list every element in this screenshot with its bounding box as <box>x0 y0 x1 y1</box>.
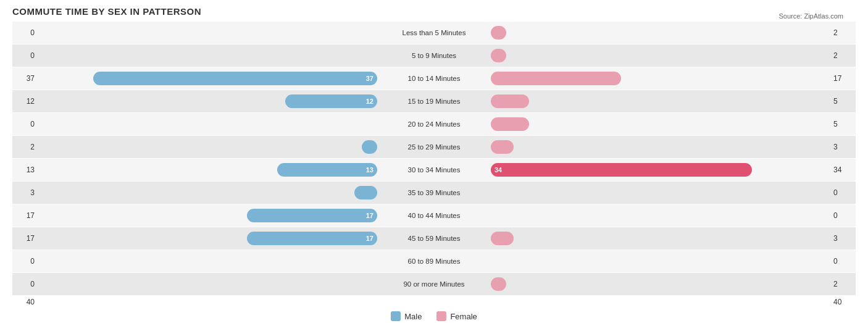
legend-female-box <box>436 311 446 321</box>
bar-label: 35 to 39 Minutes <box>378 189 490 196</box>
female-value: 17 <box>831 74 856 83</box>
male-value: 0 <box>12 28 37 37</box>
female-value: 2 <box>831 28 856 37</box>
chart-row: 090 or more Minutes2 <box>12 273 856 295</box>
chart-row: 373710 to 14 Minutes17 <box>12 67 856 90</box>
legend: Male Female <box>12 311 856 321</box>
female-bars <box>490 230 831 246</box>
legend-male-label: Male <box>404 312 422 321</box>
male-bars <box>37 139 378 155</box>
male-bar: 12 <box>285 94 377 108</box>
bars-container: 3710 to 14 Minutes <box>37 67 831 90</box>
bar-label: 40 to 44 Minutes <box>378 212 490 219</box>
male-bars <box>37 48 378 64</box>
male-value: 2 <box>12 143 37 151</box>
bars-container: 1740 to 44 Minutes <box>37 204 831 227</box>
bars-container: 20 to 24 Minutes <box>37 113 831 135</box>
male-bars: 12 <box>37 93 378 109</box>
female-bars <box>490 70 831 86</box>
bars-container: 35 to 39 Minutes <box>37 182 831 204</box>
female-bar <box>491 277 506 291</box>
female-value: 3 <box>831 143 856 151</box>
female-bar <box>491 49 506 62</box>
male-bars <box>37 116 378 132</box>
female-bars <box>490 276 831 292</box>
male-bars: 13 <box>37 162 378 178</box>
chart-row: 335 to 39 Minutes0 <box>12 182 856 204</box>
male-value: 13 <box>12 166 37 174</box>
bar-label: 60 to 89 Minutes <box>378 258 490 265</box>
male-bars <box>37 185 378 201</box>
legend-female-label: Female <box>450 312 477 321</box>
female-bar <box>491 94 529 108</box>
male-value: 0 <box>12 51 37 60</box>
male-value: 17 <box>12 234 37 243</box>
source-label: Source: ZipAtlas.com <box>778 12 843 20</box>
chart-row: 225 to 29 Minutes3 <box>12 136 856 158</box>
bars-container: 90 or more Minutes <box>37 273 831 295</box>
male-bar <box>362 140 377 154</box>
female-value: 0 <box>831 188 856 197</box>
female-bars <box>490 139 831 155</box>
chart-row: 121215 to 19 Minutes5 <box>12 90 856 112</box>
chart-row: 05 to 9 Minutes2 <box>12 44 856 67</box>
bars-container: 1745 to 59 Minutes <box>37 227 831 250</box>
bars-container: Less than 5 Minutes <box>37 22 831 44</box>
female-bar <box>491 140 514 154</box>
chart-title: COMMUTE TIME BY SEX IN PATTERSON <box>12 6 856 17</box>
axis-row: 40 40 <box>12 298 856 306</box>
female-value: 3 <box>831 234 856 243</box>
chart-row: 020 to 24 Minutes5 <box>12 113 856 135</box>
female-bars <box>490 253 831 269</box>
bars-container: 5 to 9 Minutes <box>37 44 831 67</box>
male-bars <box>37 276 378 292</box>
bars-container: 60 to 89 Minutes <box>37 250 831 272</box>
female-bars <box>490 93 831 109</box>
female-bar: 34 <box>491 163 752 177</box>
bar-label: 30 to 34 Minutes <box>378 166 490 174</box>
bars-container: 1215 to 19 Minutes <box>37 90 831 112</box>
male-bar: 17 <box>247 232 377 245</box>
female-bar <box>491 117 529 131</box>
male-bars <box>37 253 378 269</box>
chart-row: 060 to 89 Minutes0 <box>12 250 856 272</box>
female-bar <box>491 72 621 85</box>
female-value: 5 <box>831 120 856 128</box>
male-bar <box>354 186 377 199</box>
bars-container: 1330 to 34 Minutes34 <box>37 159 831 181</box>
male-value: 0 <box>12 280 37 288</box>
female-value: 2 <box>831 51 856 60</box>
bar-label: 10 to 14 Minutes <box>378 75 490 82</box>
male-bar: 17 <box>247 209 377 222</box>
male-bars: 37 <box>37 70 378 86</box>
male-bars <box>37 25 378 41</box>
female-bars <box>490 25 831 41</box>
bar-label: 20 to 24 Minutes <box>378 120 490 128</box>
male-value: 12 <box>12 97 37 106</box>
female-bars <box>490 48 831 64</box>
female-value: 2 <box>831 280 856 288</box>
legend-male-box <box>391 311 401 321</box>
male-bar: 37 <box>93 72 377 85</box>
chart-area: 0Less than 5 Minutes205 to 9 Minutes2373… <box>12 22 856 295</box>
female-value: 0 <box>831 211 856 220</box>
axis-right-label: 40 <box>831 298 856 306</box>
female-bars <box>490 116 831 132</box>
female-bar <box>491 26 506 40</box>
chart-row: 131330 to 34 Minutes3434 <box>12 159 856 181</box>
male-value: 3 <box>12 188 37 197</box>
female-value: 34 <box>831 166 856 174</box>
bars-container: 25 to 29 Minutes <box>37 136 831 158</box>
bar-label: 90 or more Minutes <box>378 280 490 288</box>
female-bar <box>491 232 514 245</box>
axis-left-label: 40 <box>12 298 37 306</box>
legend-male: Male <box>391 311 422 321</box>
female-bars: 34 <box>490 162 831 178</box>
male-bar: 13 <box>277 163 377 177</box>
male-bars: 17 <box>37 208 378 224</box>
female-bars <box>490 208 831 224</box>
male-bars: 17 <box>37 230 378 246</box>
bar-label: 25 to 29 Minutes <box>378 143 490 151</box>
male-value: 17 <box>12 211 37 220</box>
chart-row: 171745 to 59 Minutes3 <box>12 227 856 250</box>
